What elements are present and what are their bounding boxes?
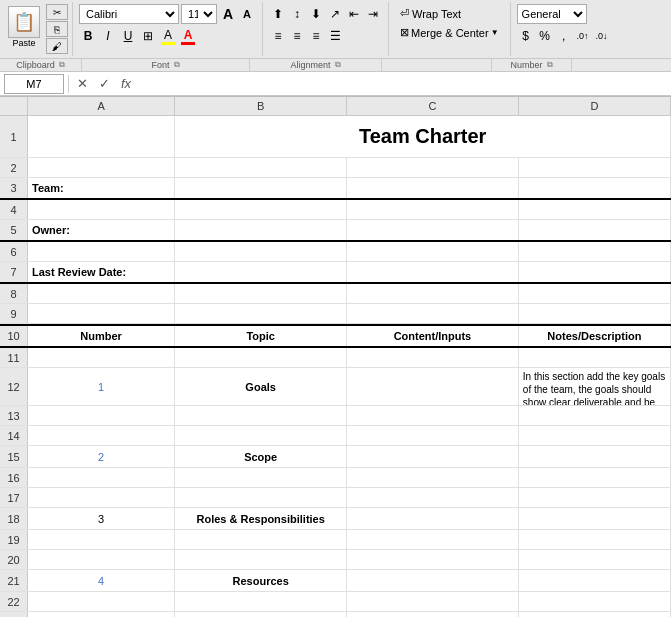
formula-input[interactable] [139,74,667,94]
cell-c3[interactable] [347,178,519,198]
merge-center-button[interactable]: ⊠ Merge & Center ▼ [395,23,504,42]
cell-a10[interactable]: Number [28,326,175,346]
cell-d12[interactable]: In this section add the key goals of the… [519,368,671,405]
cell-b4[interactable] [175,200,347,220]
align-left-button[interactable]: ≡ [269,26,287,46]
cell-a9[interactable] [28,304,175,324]
row-header-22[interactable]: 22 [0,592,28,611]
cell-a20[interactable] [28,550,175,570]
cell-d23[interactable] [519,612,671,617]
row-header-11[interactable]: 11 [0,348,28,367]
cell-b10[interactable]: Topic [175,326,347,346]
cell-d17[interactable] [519,488,671,508]
decimal-decrease-button[interactable]: .0↓ [593,26,611,46]
cell-c14[interactable] [347,426,519,446]
cell-d5[interactable] [519,220,671,240]
cell-a21[interactable]: 4 [28,570,175,591]
cell-a8[interactable] [28,284,175,304]
cell-c9[interactable] [347,304,519,324]
cell-d2[interactable] [519,158,671,178]
cell-a12[interactable]: 1 [28,368,175,405]
cell-b14[interactable] [175,426,347,446]
font-size-select[interactable]: 11 [181,4,217,24]
cell-a18[interactable]: 3 [28,508,175,529]
cell-b7[interactable] [175,262,347,282]
cell-c17[interactable] [347,488,519,508]
cell-d20[interactable] [519,550,671,570]
align-center-button[interactable]: ≡ [288,26,306,46]
row-header-6[interactable]: 6 [0,242,28,261]
cell-a13[interactable] [28,406,175,426]
row-header-1[interactable]: 1 [0,116,28,157]
cell-b2[interactable] [175,158,347,178]
cell-c6[interactable] [347,242,519,262]
align-top-button[interactable]: ⬆ [269,4,287,24]
justify-button[interactable]: ☰ [326,26,344,46]
row-header-9[interactable]: 9 [0,304,28,323]
bold-button[interactable]: B [79,26,97,46]
cell-a17[interactable] [28,488,175,508]
cell-d3[interactable] [519,178,671,198]
row-header-19[interactable]: 19 [0,530,28,549]
cell-b22[interactable] [175,592,347,612]
cell-d16[interactable] [519,468,671,488]
cell-a14[interactable] [28,426,175,446]
cell-a5[interactable]: Owner: [28,220,175,240]
row-header-17[interactable]: 17 [0,488,28,507]
row-header-3[interactable]: 3 [0,178,28,198]
col-header-d[interactable]: D [519,97,671,115]
cell-b13[interactable] [175,406,347,426]
row-header-8[interactable]: 8 [0,284,28,303]
cell-c16[interactable] [347,468,519,488]
cell-a23[interactable] [28,612,175,617]
cell-c23[interactable] [347,612,519,617]
cell-d15[interactable] [519,446,671,467]
cell-reference-input[interactable] [4,74,64,94]
row-header-21[interactable]: 21 [0,570,28,591]
cell-c5[interactable] [347,220,519,240]
cell-c2[interactable] [347,158,519,178]
decimal-increase-button[interactable]: .0↑ [574,26,592,46]
cell-d4[interactable] [519,200,671,220]
underline-button[interactable]: U [119,26,137,46]
col-header-a[interactable]: A [28,97,175,115]
cell-a11[interactable] [28,348,175,368]
cell-d19[interactable] [519,530,671,550]
cell-d18[interactable] [519,508,671,529]
cell-c21[interactable] [347,570,519,591]
formula-cancel-button[interactable]: ✕ [73,75,91,93]
cell-c4[interactable] [347,200,519,220]
cell-c8[interactable] [347,284,519,304]
paste-button[interactable]: 📋 Paste [4,4,44,50]
percent-button[interactable]: % [536,26,554,46]
cell-d22[interactable] [519,592,671,612]
fill-color-button[interactable]: A [159,26,177,46]
row-header-10[interactable]: 10 [0,326,28,346]
cell-b16[interactable] [175,468,347,488]
row-header-15[interactable]: 15 [0,446,28,467]
cell-c22[interactable] [347,592,519,612]
cell-a6[interactable] [28,242,175,262]
cell-c12[interactable] [347,368,519,405]
cell-d7[interactable] [519,262,671,282]
cell-b17[interactable] [175,488,347,508]
increase-font-button[interactable]: A [219,4,237,24]
cell-a22[interactable] [28,592,175,612]
cell-b3[interactable] [175,178,347,198]
cell-c11[interactable] [347,348,519,368]
cell-b18[interactable]: Roles & Responsibilities [175,508,347,529]
clipboard-expand-icon[interactable]: ⧉ [59,60,65,70]
cell-b11[interactable] [175,348,347,368]
currency-button[interactable]: $ [517,26,535,46]
row-header-13[interactable]: 13 [0,406,28,425]
align-middle-button[interactable]: ↕ [288,4,306,24]
decrease-font-button[interactable]: A [238,4,256,24]
row-header-12[interactable]: 12 [0,368,28,405]
cell-d6[interactable] [519,242,671,262]
cell-a15[interactable]: 2 [28,446,175,467]
corner-cell[interactable] [0,97,28,115]
row-header-18[interactable]: 18 [0,508,28,529]
cell-a19[interactable] [28,530,175,550]
row-header-4[interactable]: 4 [0,200,28,219]
number-format-select[interactable]: General [517,4,587,24]
